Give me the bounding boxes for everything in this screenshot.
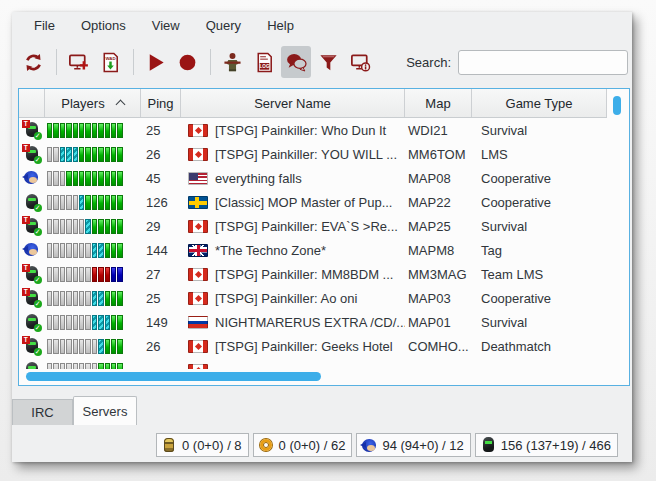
bar-segment-empty (60, 315, 65, 330)
bar-segment-player (79, 147, 84, 162)
doom-helmet-icon (480, 437, 496, 453)
game-icon-sonic (23, 241, 41, 259)
bar-segment-player (98, 219, 103, 234)
table-header: PlayersPingServer NameMapGame Type (19, 89, 607, 118)
status-box-doom-helmet: 156 (137+19) / 466 (475, 433, 618, 457)
server-row[interactable]: 144*The Techno Zone*MAPM8Tag (19, 238, 607, 262)
server-row[interactable]: 29[TSPG] Painkiller: EVA`S >Re...MAP25Su… (19, 214, 607, 238)
tab-irc[interactable]: IRC (12, 399, 73, 425)
column-header-label: Server Name (254, 96, 331, 111)
player-button[interactable] (217, 46, 247, 78)
bar-segment-empty (60, 267, 65, 282)
server-row[interactable]: 25[TSPG] Painkiller: Who Dun ItWDI21Surv… (19, 118, 607, 142)
status-bar: 0 (0+0) / 80 (0+0) / 6294 (94+0) / 12156… (12, 431, 632, 459)
bar-segment-empty (53, 147, 58, 162)
helmet-visor (28, 150, 36, 153)
server-row[interactable]: 45everything fallsMAP08Cooperative (19, 166, 607, 190)
download-wads-button[interactable]: WAD (95, 46, 125, 78)
server-row[interactable]: 25[TSPG] Painkiller: Ao oniMAP03Cooperat… (19, 286, 607, 310)
bar-segment-spectator (105, 315, 110, 330)
horizontal-scrollbar[interactable] (19, 369, 629, 385)
ping-value: 144 (141, 243, 181, 258)
server-info-button[interactable] (345, 46, 375, 78)
server-row[interactable]: 126[Classic] MOP Master of Pup...MAP22Co… (19, 190, 607, 214)
bar-segment-red-team (98, 267, 103, 282)
refresh-servers-button[interactable] (18, 46, 48, 78)
tab-servers[interactable]: Servers (73, 396, 137, 425)
game-icon-sonic (23, 169, 41, 187)
bar-segment-player (98, 147, 103, 162)
game-icon-zandronum (23, 361, 41, 369)
canada-flag-icon (188, 340, 208, 353)
bar-segment-empty (53, 315, 58, 330)
log-button[interactable]: LOG (249, 46, 279, 78)
log-document-icon: LOG (253, 51, 276, 74)
server-table: PlayersPingServer NameMapGame Type 25[TS… (18, 88, 630, 386)
bar-segment-empty (66, 267, 71, 282)
bar-segment-empty (73, 219, 78, 234)
bar-segment-empty (60, 219, 65, 234)
bar-segment-player (85, 195, 90, 210)
bar-segment-empty (53, 171, 58, 186)
menu-item-query[interactable]: Query (193, 14, 254, 37)
cell-players (45, 194, 141, 210)
bar-segment-blue-team (111, 267, 116, 282)
chat-button[interactable] (281, 46, 311, 78)
bar-segment-empty (73, 339, 78, 354)
server-row[interactable]: 26[TSPG] Painkiller: YOU WILL ...MM6TOML… (19, 142, 607, 166)
sonic-face (29, 249, 37, 255)
bar-segment-spectator (92, 291, 97, 306)
cell-game-icon (19, 121, 45, 139)
menu-item-view[interactable]: View (139, 14, 193, 37)
bar-segment-spectator (98, 291, 103, 306)
column-header-map[interactable]: Map (405, 89, 472, 117)
server-row[interactable]: 27[TSPG] Painkiller: MM8BDM ...MM3MAGTea… (19, 262, 607, 286)
play-button[interactable] (140, 46, 170, 78)
game-icon-zandronum-t (23, 265, 41, 283)
server-row[interactable]: 26[TSPG] Painkiller: Geeks HotelCOMHO...… (19, 334, 607, 358)
search-input[interactable] (458, 50, 628, 75)
status-count-text: 94 (94+0) / 12 (382, 438, 463, 453)
bar-segment-spectator (79, 195, 84, 210)
server-name: [TSPG] Painkiller: Geeks Hotel (215, 339, 393, 354)
column-header-ping[interactable]: Ping (141, 89, 181, 117)
game-icon-zandronum-t (23, 289, 41, 307)
player-count-bar (47, 146, 141, 162)
bar-segment-empty (66, 315, 71, 330)
server-row[interactable]: 149NIGHTMARERUS EXTRA /CD/...MAP01Surviv… (19, 310, 607, 334)
bar-segment-empty (85, 243, 90, 258)
map-name: MAPM8 (405, 243, 472, 258)
play-icon (144, 51, 167, 74)
column-header-icon[interactable] (19, 89, 45, 117)
horizontal-scrollbar-thumb[interactable] (26, 372, 321, 381)
menu-item-file[interactable]: File (21, 14, 68, 37)
cell-game-icon (19, 145, 45, 163)
cell-server-name: [TSPG] Painkiller: MM8BDM ... (181, 267, 405, 282)
column-header-players[interactable]: Players (45, 89, 141, 117)
menu-item-help[interactable]: Help (254, 14, 307, 37)
cell-server-name: [TSPG] Painkiller: Geeks Hotel (181, 339, 405, 354)
soldier-icon (221, 51, 244, 74)
bar-segment-empty (53, 267, 58, 282)
bar-segment-empty (66, 219, 71, 234)
server-name: everything falls (215, 171, 302, 186)
column-header-server-name[interactable]: Server Name (181, 89, 405, 117)
bar-segment-empty (73, 195, 78, 210)
add-server-button[interactable] (63, 46, 93, 78)
server-row[interactable] (19, 358, 607, 369)
filter-button[interactable] (313, 46, 343, 78)
cell-players (45, 170, 141, 186)
bar-segment-empty (79, 219, 84, 234)
record-button[interactable] (172, 46, 202, 78)
bar-segment-player (105, 243, 110, 258)
bar-segment-player (111, 219, 116, 234)
vertical-scrollbar-thumb[interactable] (613, 96, 621, 115)
server-name: [TSPG] Painkiller: YOU WILL ... (215, 147, 397, 162)
column-header-game-type[interactable]: Game Type (472, 89, 607, 117)
vertical-scrollbar[interactable] (607, 89, 629, 369)
ping-value: 45 (141, 171, 181, 186)
server-name: [TSPG] Painkiller: MM8BDM ... (215, 267, 393, 282)
bar-segment-player (66, 123, 71, 138)
menu-item-options[interactable]: Options (68, 14, 139, 37)
bar-segment-player (105, 147, 110, 162)
